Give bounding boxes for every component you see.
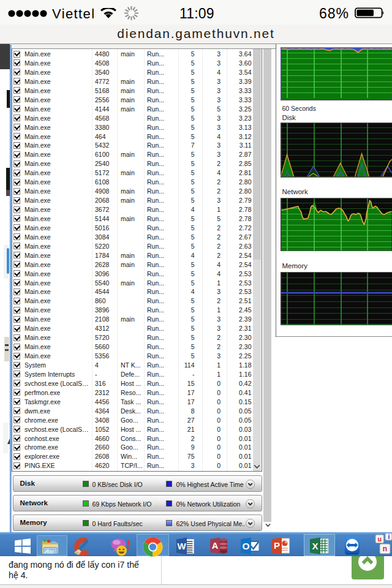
svg-text:X: X — [312, 540, 318, 551]
svg-text:P: P — [273, 540, 279, 551]
svg-text:O: O — [242, 540, 249, 551]
svg-text:u: u — [378, 535, 382, 542]
svg-text:A: A — [211, 541, 218, 551]
svg-text:i: i — [388, 533, 390, 540]
svg-text:n: n — [383, 545, 387, 553]
svg-text:W: W — [177, 541, 186, 551]
